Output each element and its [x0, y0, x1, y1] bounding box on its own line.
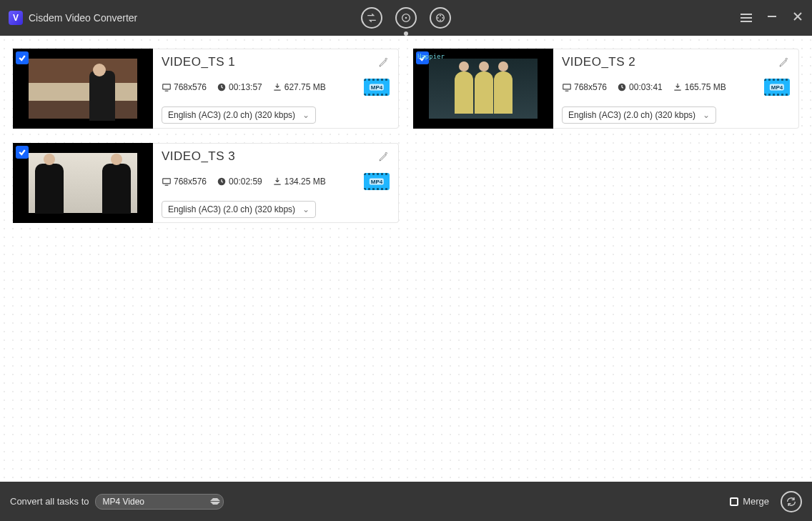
edit-button[interactable] [378, 151, 390, 165]
monitor-icon [562, 82, 572, 92]
svg-point-5 [440, 19, 441, 21]
video-info-panel: VIDEO_TS 3 768x576 00:02:59 134.25 MB MP… [153, 143, 399, 223]
bottom-bar: Convert all tasks to MP4 Video Merge [0, 482, 812, 521]
video-title: VIDEO_TS 3 [162, 149, 390, 164]
start-convert-button[interactable] [781, 491, 802, 512]
audio-track-select[interactable]: English (AC3) (2.0 ch) (320 kbps) ⌄ [562, 106, 716, 124]
clock-icon [217, 177, 227, 187]
svg-rect-16 [163, 179, 171, 184]
download-size-icon [272, 82, 282, 92]
thumbnail-overlay-text: Happier [417, 53, 445, 60]
output-format-badge[interactable]: MP4 [364, 171, 390, 192]
video-meta: 768x576 00:13:57 627.75 MB MP4 [162, 76, 390, 98]
checkbox-icon [730, 497, 738, 506]
edit-button[interactable] [378, 56, 390, 71]
target-format-select[interactable]: MP4 Video [95, 494, 224, 510]
video-card: VIDEO_TS 1 768x576 00:13:57 627.75 MB MP… [13, 49, 399, 129]
merge-label: Merge [743, 496, 769, 507]
audio-track-value: English (AC3) (2.0 ch) (320 kbps) [168, 204, 295, 214]
resolution-value: 768x576 [162, 82, 207, 92]
selected-check-icon[interactable] [16, 146, 29, 159]
output-format-badge[interactable]: MP4 [764, 76, 790, 98]
stepper-icon [210, 495, 220, 509]
tab-rip-disc[interactable] [395, 7, 417, 29]
chevron-down-icon: ⌄ [302, 110, 310, 120]
svg-point-3 [440, 15, 441, 16]
svg-rect-10 [163, 84, 171, 89]
target-format-value: MP4 Video [103, 497, 144, 507]
close-button[interactable] [792, 11, 803, 25]
video-title: VIDEO_TS 1 [162, 55, 390, 69]
download-size-icon [673, 82, 683, 92]
monitor-icon [162, 82, 172, 92]
size-value: 627.75 MB [272, 82, 326, 92]
svg-point-4 [442, 17, 443, 19]
refresh-icon [786, 496, 797, 507]
video-thumbnail[interactable] [13, 49, 153, 129]
audio-track-value: English (AC3) (2.0 ch) (320 kbps) [568, 110, 695, 120]
minimize-button[interactable] [766, 11, 778, 25]
svg-point-6 [437, 17, 439, 19]
app-title: Cisdem Video Converter [29, 12, 137, 24]
audio-track-select[interactable]: English (AC3) (2.0 ch) (320 kbps) ⌄ [162, 106, 316, 124]
convert-all-label: Convert all tasks to [10, 496, 89, 507]
monitor-icon [162, 177, 172, 187]
chevron-down-icon: ⌄ [302, 204, 310, 214]
convert-arrows-icon [366, 12, 377, 24]
pencil-icon [378, 56, 390, 68]
edit-button[interactable] [778, 56, 790, 71]
merge-checkbox[interactable]: Merge [730, 496, 769, 507]
video-meta: 768x576 00:02:59 134.25 MB MP4 [162, 171, 390, 192]
video-thumbnail[interactable] [13, 143, 153, 223]
duration-value: 00:13:57 [217, 82, 262, 92]
video-title: VIDEO_TS 2 [562, 55, 790, 69]
video-info-panel: VIDEO_TS 2 768x576 00:03:41 165.75 MB MP… [553, 49, 799, 129]
audio-track-value: English (AC3) (2.0 ch) (320 kbps) [168, 110, 295, 120]
size-value: 165.75 MB [673, 82, 726, 92]
svg-rect-13 [563, 84, 571, 89]
video-list: VIDEO_TS 1 768x576 00:13:57 627.75 MB MP… [0, 36, 812, 482]
selected-check-icon[interactable] [16, 51, 29, 64]
window-controls [741, 11, 803, 25]
clock-icon [217, 82, 227, 92]
size-value: 134.25 MB [272, 177, 326, 187]
duration-value: 00:02:59 [217, 177, 262, 187]
tab-download[interactable] [430, 7, 451, 29]
audio-track-select[interactable]: English (AC3) (2.0 ch) (320 kbps) ⌄ [162, 201, 316, 218]
top-tabs [361, 7, 451, 29]
video-card: VIDEO_TS 3 768x576 00:02:59 134.25 MB MP… [13, 143, 399, 223]
app-logo-icon: V [9, 11, 23, 25]
chevron-down-icon: ⌄ [703, 110, 710, 120]
svg-point-1 [405, 17, 407, 19]
pencil-icon [778, 56, 790, 68]
clock-icon [617, 82, 627, 92]
disc-icon [400, 12, 412, 24]
duration-value: 00:03:41 [617, 82, 663, 92]
resolution-value: 768x576 [562, 82, 607, 92]
film-reel-icon [435, 12, 446, 24]
download-size-icon [272, 177, 282, 187]
output-format-badge[interactable]: MP4 [364, 76, 390, 98]
title-bar: V Cisdem Video Converter [0, 0, 812, 36]
pencil-icon [378, 151, 390, 162]
video-meta: 768x576 00:03:41 165.75 MB MP4 [562, 76, 790, 98]
video-thumbnail[interactable]: Happier [413, 49, 553, 129]
menu-button[interactable] [741, 14, 752, 22]
resolution-value: 768x576 [162, 177, 207, 187]
video-card: Happier VIDEO_TS 2 768x576 00:03:41 165.… [413, 49, 799, 129]
tab-convert[interactable] [361, 7, 382, 29]
video-info-panel: VIDEO_TS 1 768x576 00:13:57 627.75 MB MP… [153, 49, 399, 129]
